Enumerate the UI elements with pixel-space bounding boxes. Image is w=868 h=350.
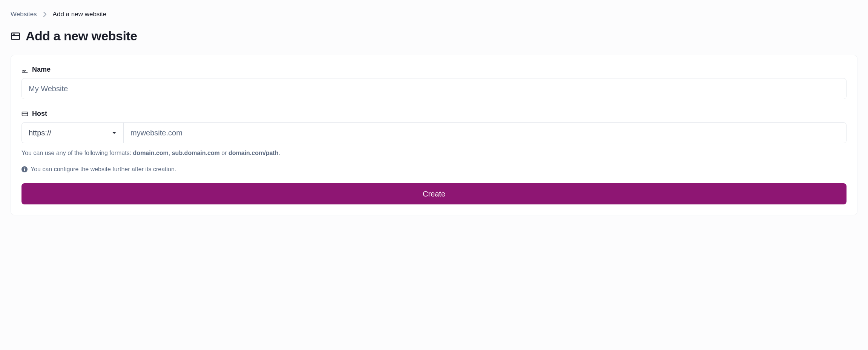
breadcrumb-current: Add a new website (53, 11, 107, 18)
host-field-group: Host https:// You can use any of the fol… (21, 110, 847, 158)
protocol-select[interactable]: https:// (21, 122, 123, 143)
svg-rect-8 (24, 169, 25, 171)
breadcrumb-link-websites[interactable]: Websites (11, 11, 37, 18)
host-label: Host (32, 110, 47, 118)
website-icon (11, 31, 20, 41)
breadcrumb: Websites Add a new website (11, 11, 857, 18)
create-button[interactable]: Create (21, 183, 847, 204)
browser-icon (21, 111, 28, 117)
page-header: Add a new website (11, 29, 857, 43)
protocol-selected-value: https:// (29, 129, 112, 137)
info-icon (21, 166, 28, 172)
form-card: Name Host https:// You can use any (11, 55, 857, 215)
signature-icon (21, 66, 28, 73)
info-row: You can configure the website further af… (21, 166, 847, 173)
svg-rect-4 (22, 112, 28, 116)
name-input[interactable] (21, 78, 847, 99)
svg-rect-0 (11, 33, 20, 39)
host-input[interactable] (123, 122, 847, 143)
svg-rect-2 (12, 34, 15, 34)
info-text: You can configure the website further af… (31, 166, 176, 173)
host-hint: You can use any of the following formats… (21, 149, 847, 158)
caret-down-icon (112, 129, 117, 136)
page-title: Add a new website (26, 29, 137, 43)
svg-point-7 (24, 167, 25, 168)
name-label: Name (32, 66, 51, 74)
name-field-group: Name (21, 66, 847, 99)
chevron-right-icon (43, 12, 47, 17)
